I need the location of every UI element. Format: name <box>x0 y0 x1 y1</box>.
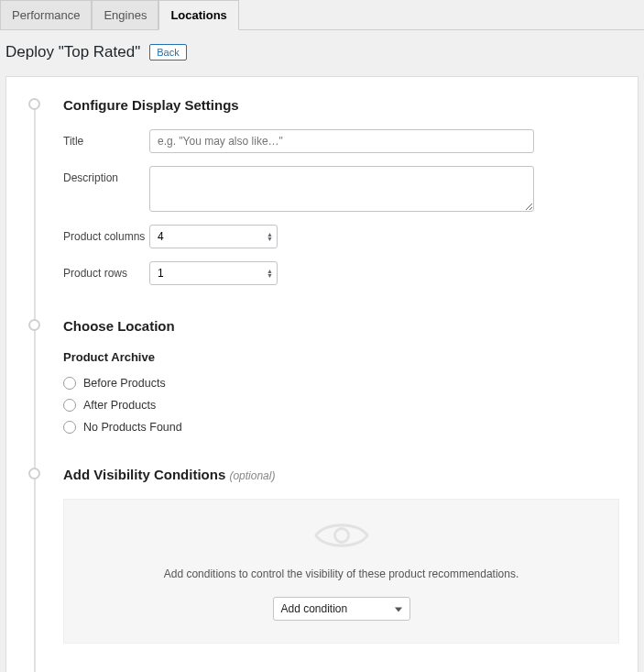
product-archive-heading: Product Archive <box>63 350 619 364</box>
radio-label: Before Products <box>83 377 166 390</box>
step-title-display: Configure Display Settings <box>63 97 619 113</box>
svg-point-0 <box>334 529 348 543</box>
optional-label: (optional) <box>229 469 275 482</box>
product-rows-input[interactable] <box>149 261 278 285</box>
tab-locations[interactable]: Locations <box>158 0 238 30</box>
radio-label: No Products Found <box>83 421 182 434</box>
radio-no-products[interactable]: No Products Found <box>63 421 619 434</box>
tab-performance[interactable]: Performance <box>0 0 92 29</box>
title-input[interactable] <box>149 129 534 153</box>
radio-label: After Products <box>83 399 156 412</box>
visibility-hint: Add conditions to control the visibility… <box>79 567 604 580</box>
step-dot-icon <box>28 468 40 479</box>
radio-icon <box>63 377 76 390</box>
tab-engines[interactable]: Engines <box>92 0 158 29</box>
product-columns-input[interactable] <box>149 225 278 248</box>
step-dot-icon <box>28 98 40 110</box>
description-label: Description <box>63 166 149 184</box>
stepper-icon[interactable]: ▲▼ <box>267 232 273 241</box>
radio-icon <box>63 421 76 434</box>
step-visibility: Add Visibility Conditions (optional) Add… <box>25 467 619 644</box>
step-display-settings: Configure Display Settings Title Descrip… <box>25 97 619 285</box>
product-columns-label: Product columns <box>63 225 149 243</box>
radio-after-products[interactable]: After Products <box>63 399 619 412</box>
back-button[interactable]: Back <box>149 44 186 61</box>
product-rows-label: Product rows <box>63 261 149 280</box>
add-condition-select[interactable]: Add condition <box>273 597 410 621</box>
eye-icon <box>314 518 369 553</box>
stepper-icon[interactable]: ▲▼ <box>267 269 273 278</box>
step-dot-icon <box>28 319 40 331</box>
visibility-box: Add conditions to control the visibility… <box>63 499 619 644</box>
step-choose-location: Choose Location Product Archive Before P… <box>25 318 619 434</box>
radio-before-products[interactable]: Before Products <box>63 377 619 390</box>
tab-bar: Performance Engines Locations <box>0 0 644 30</box>
step-title-location: Choose Location <box>63 318 619 334</box>
title-label: Title <box>63 129 149 148</box>
step-title-visibility: Add Visibility Conditions (optional) <box>63 467 619 482</box>
radio-icon <box>63 399 76 412</box>
description-input[interactable] <box>149 166 534 212</box>
page-title: Deploy "Top Rated" <box>5 43 140 61</box>
